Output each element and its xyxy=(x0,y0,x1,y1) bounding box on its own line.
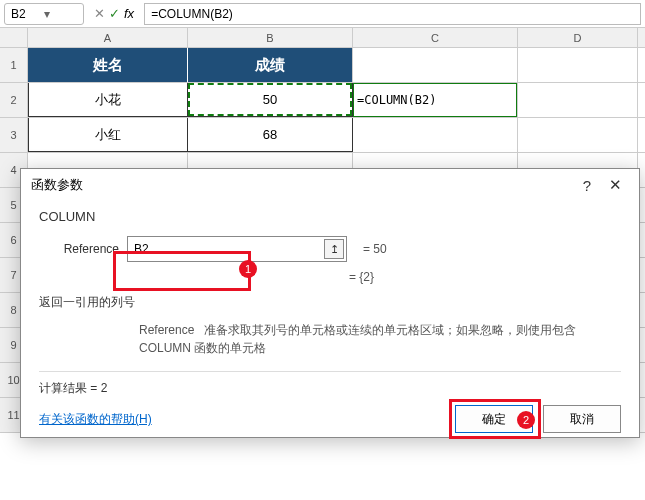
close-icon[interactable]: ✕ xyxy=(601,176,629,194)
function-help-link[interactable]: 有关该函数的帮助(H) xyxy=(39,411,152,428)
cell-D1[interactable] xyxy=(518,48,638,82)
select-all-corner[interactable] xyxy=(0,28,28,47)
annotation-badge-1: 1 xyxy=(239,260,257,278)
function-name: COLUMN xyxy=(39,209,621,224)
calc-result: 计算结果 = 2 xyxy=(39,380,621,397)
reference-row: Reference ↥ = 50 xyxy=(39,236,621,262)
row-header-1[interactable]: 1 xyxy=(0,48,28,82)
function-description: 返回一引用的列号 xyxy=(39,294,621,311)
dialog-bottom-row: 有关该函数的帮助(H) 确定 2 取消 xyxy=(39,405,621,433)
name-box[interactable]: B2 ▾ xyxy=(4,3,84,25)
function-arguments-dialog: 函数参数 ? ✕ COLUMN Reference ↥ = 50 1 = {2}… xyxy=(20,168,640,438)
cell-D3[interactable] xyxy=(518,118,638,152)
argument-description: Reference 准备求取其列号的单元格或连续的单元格区域；如果忽略，则使用包… xyxy=(139,321,621,357)
chevron-down-icon[interactable]: ▾ xyxy=(44,7,77,21)
help-icon[interactable]: ? xyxy=(573,177,601,194)
formula-bar-text: =COLUMN(B2) xyxy=(151,7,233,21)
cell-B2[interactable]: 50 xyxy=(188,83,353,117)
fx-icon[interactable]: fx xyxy=(124,6,134,21)
divider xyxy=(39,371,621,372)
column-headers: A B C D xyxy=(0,28,645,48)
formula-toolbar: B2 ▾ ✕ ✓ fx =COLUMN(B2) xyxy=(0,0,645,28)
cell-B1[interactable]: 成绩 xyxy=(188,48,353,82)
result-array: = {2} xyxy=(349,270,621,284)
accept-formula-icon[interactable]: ✓ xyxy=(109,6,120,21)
col-header-A[interactable]: A xyxy=(28,28,188,47)
formula-bar[interactable]: =COLUMN(B2) xyxy=(144,3,641,25)
evaluated-value: = 50 xyxy=(363,242,387,256)
dialog-title: 函数参数 xyxy=(31,176,573,194)
dialog-body: COLUMN Reference ↥ = 50 1 = {2} 返回一引用的列号… xyxy=(21,201,639,433)
table-row: 2 小花 50 =COLUMN(B2) xyxy=(0,83,645,118)
cancel-button[interactable]: 取消 xyxy=(543,405,621,433)
cell-B3[interactable]: 68 xyxy=(188,118,353,152)
row-header-3[interactable]: 3 xyxy=(0,118,28,152)
col-header-B[interactable]: B xyxy=(188,28,353,47)
fx-controls: ✕ ✓ fx xyxy=(90,6,138,21)
cell-A1[interactable]: 姓名 xyxy=(28,48,188,82)
collapse-dialog-icon[interactable]: ↥ xyxy=(324,239,344,259)
cell-A3[interactable]: 小红 xyxy=(28,118,188,152)
name-box-value: B2 xyxy=(11,7,44,21)
annotation-badge-2: 2 xyxy=(517,411,535,429)
col-header-D[interactable]: D xyxy=(518,28,638,47)
table-row: 3 小红 68 xyxy=(0,118,645,153)
cell-B2-value: 50 xyxy=(263,92,277,107)
argument-desc-text: 准备求取其列号的单元格或连续的单元格区域；如果忽略，则使用包含 COLUMN 函… xyxy=(139,323,576,355)
reference-label: Reference xyxy=(39,242,119,256)
reference-input[interactable] xyxy=(127,236,347,262)
cancel-formula-icon[interactable]: ✕ xyxy=(94,6,105,21)
table-row: 1 姓名 成绩 xyxy=(0,48,645,83)
argument-desc-label: Reference xyxy=(139,321,194,339)
cell-C1[interactable] xyxy=(353,48,518,82)
col-header-C[interactable]: C xyxy=(353,28,518,47)
cell-D2[interactable] xyxy=(518,83,638,117)
row-header-2[interactable]: 2 xyxy=(0,83,28,117)
cell-C3[interactable] xyxy=(353,118,518,152)
cell-A2[interactable]: 小花 xyxy=(28,83,188,117)
editing-formula-text[interactable]: =COLUMN(B2) xyxy=(353,93,517,107)
dialog-titlebar[interactable]: 函数参数 ? ✕ xyxy=(21,169,639,201)
cell-C2[interactable]: =COLUMN(B2) xyxy=(353,83,518,117)
